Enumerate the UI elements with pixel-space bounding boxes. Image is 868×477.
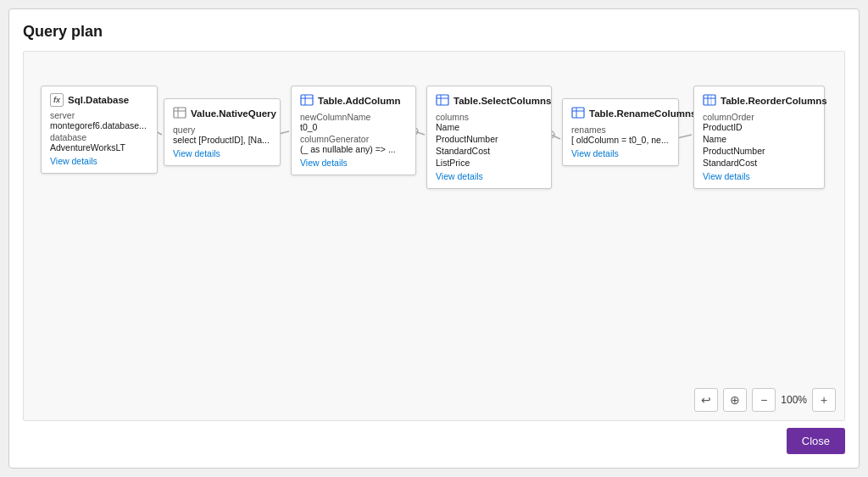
table-blue-icon-4 [436, 93, 449, 108]
node6-value-name: Name [703, 134, 815, 144]
node1-value-database: AdventureWorksLT [50, 142, 148, 153]
node-rename-columns: Table.RenameColumns renames [ oldColumn … [562, 98, 679, 166]
node6-value-sc: StandardCost [703, 158, 815, 168]
node2-title: Value.NativeQuery [191, 108, 276, 119]
svg-rect-16 [437, 95, 448, 105]
zoom-in-button[interactable]: + [812, 388, 836, 412]
node4-value-lp: ListPrice [436, 158, 542, 168]
node3-label-col: newColumnName [300, 112, 407, 122]
node4-title: Table.SelectColumns [453, 96, 551, 106]
node4-value-name: Name [436, 122, 542, 132]
svg-rect-22 [704, 95, 715, 105]
node6-value-pn: ProductNumber [703, 146, 815, 156]
node4-view-details[interactable]: View details [436, 171, 542, 181]
node3-view-details[interactable]: View details [300, 158, 407, 168]
node6-value-pid: ProductID [703, 122, 815, 132]
node2-view-details[interactable]: View details [173, 148, 271, 158]
fx-icon: fx [50, 93, 64, 107]
node6-view-details[interactable]: View details [703, 171, 815, 181]
dialog-title: Query plan [23, 23, 845, 41]
node-reorder-columns: Table.ReorderColumns columnOrder Product… [693, 86, 825, 189]
node5-view-details[interactable]: View details [571, 148, 670, 158]
query-plan-dialog: Query plan fx Sql.Database [8, 8, 860, 469]
node6-label-order: columnOrder [703, 112, 815, 122]
node6-title: Table.ReorderColumns [721, 96, 827, 106]
node-select-columns: Table.SelectColumns columns Name Product… [426, 86, 552, 189]
node4-value-pn: ProductNumber [436, 134, 542, 144]
table-small-icon [173, 106, 186, 121]
node-sql-database: fx Sql.Database server montegoref6.datab… [41, 86, 158, 174]
svg-line-6 [551, 135, 560, 139]
node4-value-sc: StandardCost [436, 146, 542, 156]
fit-view-button[interactable]: ⊕ [723, 388, 747, 412]
node3-title: Table.AddColumn [318, 96, 401, 106]
undo-button[interactable]: ↩ [694, 388, 718, 412]
node-add-column: Table.AddColumn newColumnName t0_0 colum… [291, 86, 416, 175]
dialog-footer: Close [23, 428, 845, 454]
table-blue-icon-6 [703, 93, 716, 108]
node1-title: Sql.Database [68, 95, 129, 105]
node-native-query: Value.NativeQuery query select [ProductI… [164, 98, 281, 166]
zoom-out-button[interactable]: − [752, 388, 776, 412]
node5-title: Table.RenameColumns [589, 108, 696, 119]
node3-value-gen: (_ as nullable any) => ... [300, 144, 407, 154]
table-blue-icon-3 [300, 93, 314, 108]
svg-rect-13 [301, 95, 313, 105]
node1-value-server: montegoref6.database... [50, 120, 148, 130]
node4-label-cols: columns [436, 112, 542, 122]
canvas-area: fx Sql.Database server montegoref6.datab… [23, 51, 845, 421]
zoom-level: 100% [781, 394, 807, 406]
node1-label-database: database [50, 132, 148, 142]
table-blue-icon-5 [571, 106, 585, 121]
node3-value-col: t0_0 [300, 122, 407, 132]
node1-view-details[interactable]: View details [50, 156, 148, 166]
node5-value-renames: [ oldColumn = t0_0, ne... [571, 135, 670, 145]
node3-label-gen: columnGenerator [300, 134, 407, 144]
svg-rect-19 [572, 108, 584, 118]
svg-rect-10 [174, 108, 186, 118]
node1-label-server: server [50, 110, 148, 120]
close-button[interactable]: Close [787, 428, 845, 454]
node5-label-renames: renames [571, 125, 670, 135]
node2-label-query: query [173, 125, 271, 135]
node2-value-query: select [ProductID], [Na... [173, 135, 271, 145]
